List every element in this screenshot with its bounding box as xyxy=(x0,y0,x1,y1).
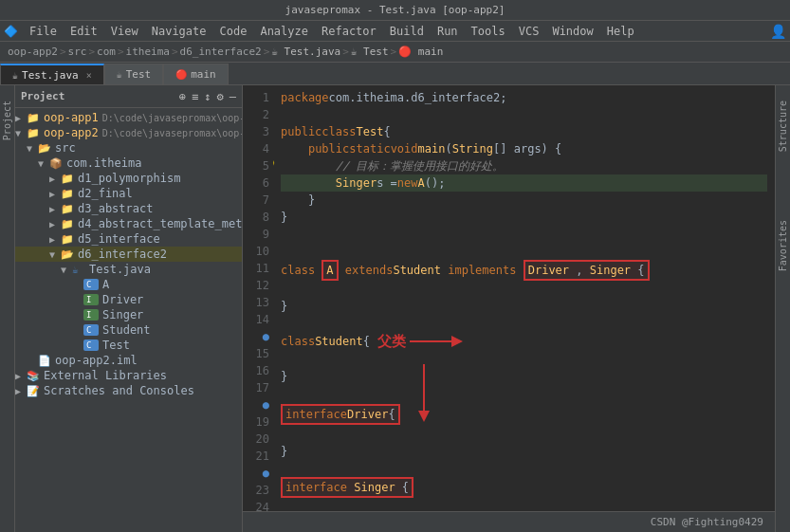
menu-navigate[interactable]: Navigate xyxy=(146,23,212,40)
tab-test-label: Test xyxy=(126,68,152,81)
tree-label: oop-app1 xyxy=(44,111,99,124)
code-text: com.itheima.d6_interface2; xyxy=(329,89,507,106)
tree-student[interactable]: ▶ C Student xyxy=(15,322,242,338)
code-text: { xyxy=(383,123,390,140)
tree-scratches[interactable]: ▶ 📝 Scratches and Consoles xyxy=(15,383,242,398)
menu-build[interactable]: Build xyxy=(384,23,430,40)
tree-oop-app2[interactable]: ▼ 📁 oop-app2 D:\code\javasepromax\oop-..… xyxy=(15,125,242,140)
code-line-10 xyxy=(281,243,767,260)
code-line-1: package com.itheima.d6_interface2; xyxy=(281,89,767,106)
menu-view[interactable]: View xyxy=(105,23,144,40)
menu-help[interactable]: Help xyxy=(601,23,640,40)
tab-test-icon: ☕ xyxy=(117,69,122,80)
keyword: class xyxy=(322,123,356,140)
tree-label: d4_abstract_template_metho xyxy=(78,217,242,230)
tab-test[interactable]: ☕ Test xyxy=(104,64,164,84)
tab-bar: ☕ Test.java × ☕ Test 🔴 main xyxy=(0,63,790,85)
tree-d5[interactable]: ▶ 📁 d5_interface xyxy=(15,231,242,247)
tree-label: External Libraries xyxy=(44,369,167,382)
bc-d6[interactable]: d6_interface2 xyxy=(180,46,262,58)
keyword: static xyxy=(349,140,390,157)
structure-label[interactable]: Structure xyxy=(776,95,790,157)
class-name: Singer xyxy=(354,481,395,494)
code-text: s = xyxy=(377,174,397,192)
bc-itheima[interactable]: itheima xyxy=(126,46,170,58)
bc-oop-app2[interactable]: oop-app2 xyxy=(8,46,58,58)
code-text: } xyxy=(281,443,287,460)
menu-refactor[interactable]: Refactor xyxy=(316,23,382,40)
red-box-a: A xyxy=(322,260,338,281)
code-line-20: } xyxy=(281,443,767,460)
class-name: A xyxy=(418,174,425,192)
tree-d1[interactable]: ▶ 📁 d1_polymorphism xyxy=(15,171,242,186)
toolbar-add-icon[interactable]: ⊕ xyxy=(179,90,186,103)
arrow-icon: ▶ xyxy=(15,371,27,381)
tree-src[interactable]: ▼ 📂 src xyxy=(15,140,242,156)
tab-main-icon: 🔴 xyxy=(175,69,187,80)
favorites-label[interactable]: Favorites xyxy=(776,214,790,277)
toolbar-settings-icon[interactable]: ⚙ xyxy=(217,90,224,103)
bc-test[interactable]: ☕ Test xyxy=(351,46,389,58)
menu-vcs[interactable]: VCS xyxy=(513,23,545,40)
tree-d6[interactable]: ▼ 📂 d6_interface2 xyxy=(15,247,242,262)
status-bar: CSDN @Fighting0429 xyxy=(243,511,775,532)
class-name: Driver xyxy=(528,264,569,277)
arrow-icon: ▼ xyxy=(15,128,27,138)
bc-testjava[interactable]: ☕ Test.java xyxy=(271,46,340,58)
menu-code[interactable]: Code xyxy=(214,23,253,40)
arrow-svg xyxy=(410,332,467,351)
tree-driver[interactable]: ▶ I Driver xyxy=(15,292,242,307)
toolbar-close-icon[interactable]: – xyxy=(230,90,236,103)
tree-testjava[interactable]: ▼ ☕ Test.java xyxy=(15,262,242,277)
interface-icon: I xyxy=(83,294,99,305)
menu-window[interactable]: Window xyxy=(546,23,598,40)
menu-tools[interactable]: Tools xyxy=(466,23,511,40)
code-text xyxy=(441,262,448,279)
menu-analyze[interactable]: Analyze xyxy=(254,23,314,40)
code-line-8: } xyxy=(281,209,767,226)
bc-src[interactable]: src xyxy=(68,46,87,58)
user-icon[interactable]: 👤 xyxy=(770,24,786,39)
arrow-icon: ▼ xyxy=(61,265,72,275)
code-text: { xyxy=(637,264,644,277)
tree-oop-app1[interactable]: ▶ 📁 oop-app1 D:\code\javasepromax\oop-..… xyxy=(15,110,242,125)
keyword: new xyxy=(397,174,418,192)
class-name: String xyxy=(452,140,493,157)
toolbar-list-icon[interactable]: ≡ xyxy=(192,90,198,103)
tab-main[interactable]: 🔴 main xyxy=(163,64,229,84)
tree-ext-libs[interactable]: ▶ 📚 External Libraries xyxy=(15,368,242,383)
tree-d2[interactable]: ▶ 📁 d2_final xyxy=(15,186,242,201)
project-panel: Project ⊕ ≡ ↕ ⚙ – ▶ 📁 oop-app1 D:\code\j… xyxy=(15,85,243,532)
bulb-icon[interactable]: 💡 xyxy=(273,157,277,174)
red-box-singer: interface Singer { xyxy=(281,477,413,498)
toolbar-expand-icon[interactable]: ↕ xyxy=(204,90,211,103)
bc-com[interactable]: com xyxy=(97,46,116,58)
arrow-icon: ▶ xyxy=(49,204,61,214)
bc-main[interactable]: 🔴 main xyxy=(398,46,443,58)
tree-com-itheima[interactable]: ▼ 📦 com.itheima xyxy=(15,156,242,171)
project-tree: ▶ 📁 oop-app1 D:\code\javasepromax\oop-..… xyxy=(15,108,242,532)
menu-run[interactable]: Run xyxy=(432,23,464,40)
class-name: Student xyxy=(315,333,363,350)
tree-class-a[interactable]: ▶ C A xyxy=(15,277,242,292)
tree-path: D:\code\javasepromax\oop-... xyxy=(102,128,242,138)
keyword: interface xyxy=(285,481,347,494)
class-name: Singer xyxy=(281,174,377,192)
tree-d3[interactable]: ▶ 📁 d3_abstract xyxy=(15,201,242,216)
tree-label: Driver xyxy=(102,293,143,306)
code-content[interactable]: package com.itheima.d6_interface2; publi… xyxy=(273,85,775,511)
editor-wrapper: 1 2 3 4 5 6 7 8 9 10 11 12 13 14 ● 15 16… xyxy=(243,85,775,532)
tree-iml[interactable]: ▶ 📄 oop-app2.iml xyxy=(15,353,242,368)
tree-d4[interactable]: ▶ 📁 d4_abstract_template_metho xyxy=(15,216,242,231)
java-file-icon: ☕ xyxy=(72,264,87,276)
tab-close[interactable]: × xyxy=(86,70,92,81)
menu-file[interactable]: File xyxy=(24,23,63,40)
tree-singer[interactable]: ▶ I Singer xyxy=(15,307,242,322)
menu-edit[interactable]: Edit xyxy=(64,23,103,40)
code-editor[interactable]: 1 2 3 4 5 6 7 8 9 10 11 12 13 14 ● 15 16… xyxy=(243,85,775,511)
sidebar-project-label[interactable]: Project xyxy=(0,95,14,146)
tab-testjava[interactable]: ☕ Test.java × xyxy=(0,64,104,84)
code-line-3: public class Test { xyxy=(281,123,767,140)
tree-test-class[interactable]: ▶ C Test xyxy=(15,338,242,353)
code-line-11: class A extends Student implements Drive… xyxy=(281,260,767,281)
